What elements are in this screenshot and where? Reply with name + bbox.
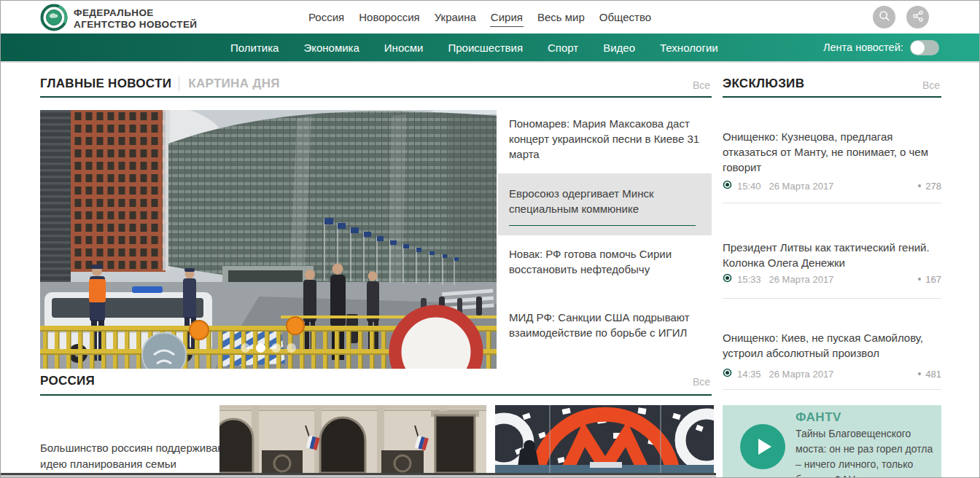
carousel-dots (40, 343, 497, 353)
fantv-text: Тайны Благовещенского моста: он не раз г… (796, 426, 936, 478)
views-count: 167 (918, 274, 941, 285)
play-icon (758, 439, 771, 455)
divider (723, 389, 941, 390)
main-section-header: ГЛАВНЫЕ НОВОСТИ КАРТИНА ДНЯ (40, 77, 280, 91)
cat-inosmi[interactable]: Иносми (384, 42, 424, 54)
item-time: 15:33 (737, 274, 761, 285)
cat-video[interactable]: Видео (603, 42, 635, 54)
nav-ves-mir[interactable]: Весь мир (537, 8, 586, 26)
carousel-dot[interactable] (271, 343, 281, 353)
divider (723, 298, 941, 299)
exclusive-all-link[interactable]: Все (922, 79, 940, 91)
site-header: ФЕДЕРАЛЬНОЕ АГЕНТСТВО НОВОСТЕЙ Россия Но… (1, 1, 979, 34)
globe-icon (40, 4, 68, 34)
russia-section-title: РОССИЯ (40, 374, 95, 388)
bank-building-photo (219, 405, 486, 473)
item-time: 15:40 (737, 181, 761, 192)
news-feed-toggle-group: Лента новостей: (823, 34, 939, 61)
share-icon (911, 9, 925, 26)
target-icon (723, 273, 732, 285)
logo-line2: АГЕНТСТВО НОВОСТЕЙ (74, 19, 197, 31)
nav-ukraina[interactable]: Украина (434, 8, 477, 26)
headline-item-active[interactable]: Евросоюз одергивает Минск специальным ко… (498, 173, 712, 235)
toggle-knob (911, 41, 925, 55)
cat-proisshestviya[interactable]: Происшествия (448, 42, 523, 54)
nav-rossiya[interactable]: Россия (308, 8, 345, 26)
exclusive-item-meta: 15:33 26 Марта 2017 167 (723, 273, 941, 285)
section-title-main: ГЛАВНЫЕ НОВОСТИ (40, 77, 171, 91)
main-photo-carousel[interactable] (40, 110, 497, 369)
item-date: 26 Марта 2017 (769, 369, 834, 380)
carousel-dot[interactable] (287, 343, 296, 353)
search-icon (878, 9, 891, 26)
fantv-title: ФАНTV (796, 410, 841, 425)
category-items: Политика Экономика Иносми Происшествия С… (230, 34, 718, 61)
main-all-link[interactable]: Все (693, 79, 710, 91)
item-date: 26 Марта 2017 (769, 181, 834, 192)
fantv-video-card[interactable]: ФАНTV Тайны Благовещенского моста: он не… (723, 405, 941, 478)
metro-logo-photo (495, 405, 714, 473)
toggle-off-switch[interactable] (910, 40, 939, 55)
search-button[interactable] (873, 6, 895, 28)
site-logo[interactable]: ФЕДЕРАЛЬНОЕ АГЕНТСТВО НОВОСТЕЙ (40, 4, 197, 34)
exclusive-underline (723, 96, 941, 98)
exclusive-section-title: ЭКСКЛЮЗИВ (723, 77, 804, 91)
top-navigation: Россия Новороссия Украина Сирия Весь мир… (308, 1, 652, 34)
headline-item[interactable]: Пономарев: Мария Максакова даст концерт … (509, 116, 712, 162)
news-image-bank-building[interactable] (219, 405, 486, 473)
news-image-metro[interactable] (495, 405, 714, 473)
feed-toggle-label: Лента новостей: (823, 42, 903, 53)
target-icon (723, 368, 732, 380)
views-dot-icon (918, 372, 921, 375)
views-count: 278 (918, 181, 941, 192)
cat-tekhnologii[interactable]: Технологии (660, 42, 718, 54)
item-date: 26 Марта 2017 (769, 274, 834, 285)
page-bottom-strip (1, 475, 716, 478)
divider (723, 203, 941, 203)
russia-underline (40, 394, 712, 396)
exclusive-item-title[interactable]: Президент Литвы как тактический гений. К… (723, 240, 941, 270)
carousel-dot[interactable] (241, 343, 250, 353)
item-time: 14:35 (737, 369, 761, 380)
target-icon (723, 180, 732, 192)
views-dot-icon (918, 184, 921, 187)
views-count: 481 (918, 369, 941, 380)
views-dot-icon (918, 278, 921, 281)
nav-novorossiya[interactable]: Новороссия (358, 8, 421, 26)
headline-item[interactable]: Новак: РФ готова помочь Сирии восстанови… (509, 246, 712, 277)
news-site-page: ФЕДЕРАЛЬНОЕ АГЕНТСТВО НОВОСТЕЙ Россия Но… (0, 0, 980, 478)
headline-text: Евросоюз одергивает Минск специальным ко… (509, 186, 696, 226)
exclusive-item-title[interactable]: Онищенко: Кузнецова, предлагая отказатьс… (723, 129, 941, 175)
cat-ekonomika[interactable]: Экономика (303, 42, 359, 54)
exclusive-item-meta: 15:40 26 Марта 2017 278 (723, 180, 941, 192)
share-button[interactable] (906, 6, 929, 28)
exclusive-item-meta: 14:35 26 Марта 2017 481 (723, 368, 941, 380)
nav-siriya[interactable]: Сирия (490, 8, 524, 27)
tab-kartina-dnya[interactable]: КАРТИНА ДНЯ (179, 77, 280, 91)
eu-commission-photo (40, 110, 497, 369)
cat-sport[interactable]: Спорт (548, 42, 578, 54)
main-section-underline (40, 96, 712, 98)
nav-obshchestvo[interactable]: Общество (599, 8, 652, 26)
russia-all-link[interactable]: Все (693, 376, 710, 388)
play-button[interactable] (740, 424, 785, 469)
exclusive-item-title[interactable]: Онищенко: Киев, не пуская Самойлову, уст… (723, 330, 941, 361)
headline-item[interactable]: МИД РФ: Санкции США подрывают взаимодейс… (509, 310, 712, 340)
category-bar: Политика Экономика Иносми Происшествия С… (1, 34, 979, 61)
logo-line1: ФЕДЕРАЛЬНОЕ (74, 7, 197, 19)
carousel-dot[interactable] (256, 343, 265, 353)
cat-politika[interactable]: Политика (230, 42, 279, 54)
